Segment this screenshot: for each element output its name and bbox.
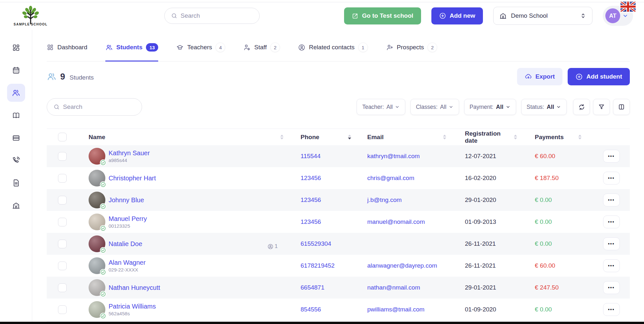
row-actions-button[interactable]: ••• [603,150,620,163]
row-checkbox[interactable] [58,218,67,226]
row-actions-button[interactable]: ••• [603,281,620,294]
email-link[interactable]: nathan@nmail.com [367,284,420,291]
student-name-link[interactable]: Alan Wagner [109,259,146,267]
phone-link[interactable]: 123456 [301,218,321,225]
chevron-down-icon [395,104,400,110]
student-id: 00123325 [109,223,147,229]
tab-dashboard[interactable]: Dashboard [47,41,87,62]
sidebar-item-payments[interactable] [7,129,25,147]
student-avatar [89,214,105,230]
columns-button[interactable] [613,99,630,115]
student-name-link[interactable]: Christopher Hart [109,174,156,182]
person-circle-icon [267,243,274,250]
funnel-icon [598,103,605,110]
phone-link[interactable]: 6178219452 [301,262,335,269]
sidebar-item-students[interactable] [7,84,25,102]
sort-name[interactable] [280,135,284,139]
email-link[interactable]: j.b@tng.com [367,196,402,204]
sort-email[interactable] [443,135,446,139]
registration-date: 26-11-2021 [465,262,496,269]
add-student-button[interactable]: Add student [568,68,630,85]
refresh-button[interactable] [573,99,590,115]
person-plus-icon [386,44,393,51]
table-row: Manuel Perry 00123325 123456 manuel@noma… [47,211,630,233]
filter-status[interactable]: Status: All [521,99,567,115]
student-name-link[interactable]: Johnny Blue [109,196,144,204]
tab-prospects[interactable]: Prospects 2 [386,41,437,62]
row-checkbox[interactable] [58,152,67,161]
row-actions-button[interactable]: ••• [603,237,620,250]
school-selector-value: Demo School [511,12,576,19]
email-link[interactable]: manuel@nomail.com [367,218,425,225]
email-link[interactable]: chris@gmail.com [367,175,414,182]
logo-text-sample: SAMPLE [14,23,30,26]
students-count-badge: 13 [146,43,158,52]
filter-payment[interactable]: Payment: All [464,99,516,115]
student-name-link[interactable]: Natalie Doe [109,240,142,248]
verified-check-icon [100,313,106,319]
row-checkbox[interactable] [58,196,67,205]
student-name-link[interactable]: Kathryn Sauer [109,149,150,157]
phone-link[interactable]: 115544 [301,153,321,160]
filter-teacher[interactable]: Teacher: All [357,99,405,115]
student-name-link[interactable]: Nathan Huneycutt [109,284,160,292]
sidebar-item-dashboard[interactable] [7,39,25,57]
students-table: Name Phone Email Registration date Payme… [47,129,630,322]
global-search-input[interactable] [180,12,253,19]
row-actions-button[interactable]: ••• [603,303,620,316]
tab-related-contacts[interactable]: Related contacts 1 [298,41,368,62]
phone-link[interactable]: 854556 [301,306,321,313]
email-link[interactable]: pwilliams@tmail.com [367,306,425,313]
verified-check-icon [100,181,106,188]
phone-link[interactable]: 615529304 [301,240,331,247]
sidebar-item-school[interactable] [7,196,25,214]
row-checkbox[interactable] [58,240,67,248]
row-checkbox[interactable] [58,283,67,292]
email-link[interactable]: alanwagner@dayrep.com [367,262,437,269]
filter-classes[interactable]: Classes: All [410,99,459,115]
sort-phone[interactable] [348,135,351,139]
student-name-link[interactable]: Patricia Williams [109,302,156,310]
sidebar-item-communication[interactable] [7,151,25,169]
tab-students[interactable]: Students 13 [105,41,158,62]
row-actions-button[interactable]: ••• [603,259,620,272]
tab-staff[interactable]: Staff 2 [243,41,280,62]
phone-link[interactable]: 6654871 [301,284,324,291]
row-actions-button[interactable]: ••• [603,215,620,228]
related-contacts-indicator: 1 [267,243,278,250]
row-checkbox[interactable] [58,174,67,183]
users-icon [105,44,113,51]
chevron-down-icon [556,104,561,110]
export-button[interactable]: Export [517,68,562,85]
school-selector[interactable]: Demo School [493,7,592,25]
person-gear-icon [243,44,251,51]
select-all-checkbox[interactable] [58,133,67,141]
row-checkbox[interactable] [58,262,67,270]
student-name-link[interactable]: Manuel Perry [109,215,147,223]
list-search[interactable] [47,98,142,116]
phone-link[interactable]: 123456 [301,175,321,182]
sidebar-item-documents[interactable] [7,174,25,192]
email-link[interactable]: kathryn@tmail.com [367,153,420,160]
global-search[interactable] [164,8,260,24]
person-circle-icon [298,44,305,51]
filter-button[interactable] [593,99,610,115]
uk-flag-icon[interactable] [620,1,636,12]
phone-link[interactable]: 123456 [301,196,321,204]
row-actions-button[interactable]: ••• [603,172,620,185]
row-actions-button[interactable]: ••• [603,194,620,206]
add-new-button[interactable]: Add new [431,7,483,24]
verified-check-icon [100,269,106,275]
sidebar-item-classes[interactable] [7,106,25,124]
tab-teachers[interactable]: Teachers 4 [176,41,225,62]
sort-registration-date[interactable] [514,135,517,139]
sidebar-item-calendar[interactable] [7,61,25,79]
payment-amount: € 0.00 [535,218,552,225]
sort-payments[interactable] [578,135,582,139]
document-icon [12,179,20,187]
list-search-input[interactable] [63,103,135,110]
page-header: 9 Students Export Add student [47,68,630,85]
school-logo: SAMPLE SCHOOL [13,6,48,26]
go-to-test-school-button[interactable]: Go to Test school [344,7,421,24]
row-checkbox[interactable] [58,305,67,314]
